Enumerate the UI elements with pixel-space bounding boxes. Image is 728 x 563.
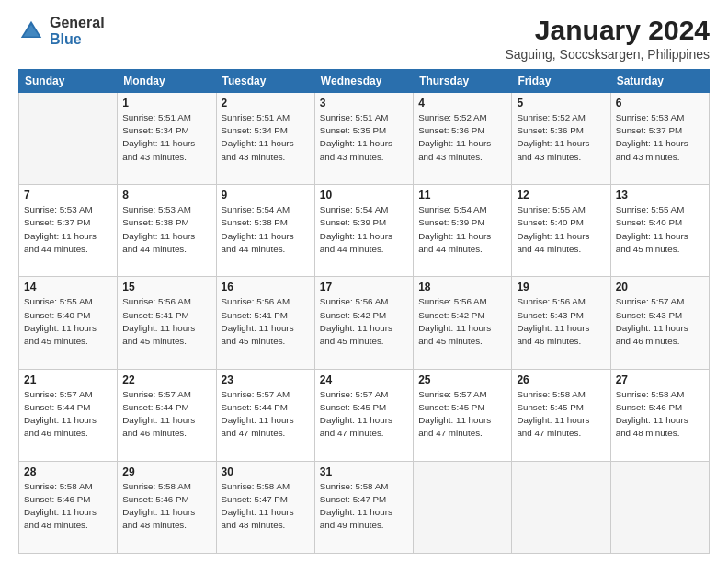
calendar-week-3: 14Sunrise: 5:55 AM Sunset: 5:40 PM Dayli… <box>19 277 710 369</box>
day-number: 14 <box>24 281 112 293</box>
day-info: Sunrise: 5:57 AM Sunset: 5:45 PM Dayligh… <box>320 388 408 441</box>
calendar-cell <box>512 461 610 553</box>
day-number: 6 <box>616 97 704 109</box>
calendar-cell: 23Sunrise: 5:57 AM Sunset: 5:44 PM Dayli… <box>216 369 314 461</box>
day-info: Sunrise: 5:57 AM Sunset: 5:43 PM Dayligh… <box>616 295 704 348</box>
day-number: 8 <box>122 189 210 201</box>
calendar-cell: 20Sunrise: 5:57 AM Sunset: 5:43 PM Dayli… <box>610 277 709 369</box>
calendar-cell: 28Sunrise: 5:58 AM Sunset: 5:46 PM Dayli… <box>19 461 118 553</box>
calendar-cell: 11Sunrise: 5:54 AM Sunset: 5:39 PM Dayli… <box>414 185 512 277</box>
calendar-cell: 9Sunrise: 5:54 AM Sunset: 5:38 PM Daylig… <box>216 185 314 277</box>
calendar-cell: 24Sunrise: 5:57 AM Sunset: 5:45 PM Dayli… <box>314 369 413 461</box>
day-number: 16 <box>222 281 310 293</box>
day-info: Sunrise: 5:57 AM Sunset: 5:44 PM Dayligh… <box>24 388 112 441</box>
day-info: Sunrise: 5:58 AM Sunset: 5:46 PM Dayligh… <box>122 480 210 533</box>
calendar-cell: 13Sunrise: 5:55 AM Sunset: 5:40 PM Dayli… <box>610 185 709 277</box>
day-number: 17 <box>320 281 408 293</box>
col-header-monday: Monday <box>118 70 216 93</box>
day-info: Sunrise: 5:55 AM Sunset: 5:40 PM Dayligh… <box>616 203 704 256</box>
logo-blue: Blue <box>50 31 105 48</box>
calendar-cell: 31Sunrise: 5:58 AM Sunset: 5:47 PM Dayli… <box>314 461 413 553</box>
day-number: 21 <box>24 373 112 386</box>
calendar-cell: 3Sunrise: 5:51 AM Sunset: 5:35 PM Daylig… <box>314 93 413 185</box>
day-number: 13 <box>616 189 704 201</box>
calendar-cell: 15Sunrise: 5:56 AM Sunset: 5:41 PM Dayli… <box>118 277 216 369</box>
day-number: 10 <box>320 189 408 201</box>
calendar-cell: 29Sunrise: 5:58 AM Sunset: 5:46 PM Dayli… <box>118 461 216 553</box>
day-info: Sunrise: 5:54 AM Sunset: 5:39 PM Dayligh… <box>320 203 408 256</box>
logo-general: General <box>50 15 105 31</box>
calendar-cell: 22Sunrise: 5:57 AM Sunset: 5:44 PM Dayli… <box>118 369 216 461</box>
day-info: Sunrise: 5:58 AM Sunset: 5:47 PM Dayligh… <box>320 480 408 533</box>
calendar-week-4: 21Sunrise: 5:57 AM Sunset: 5:44 PM Dayli… <box>19 369 710 461</box>
day-info: Sunrise: 5:55 AM Sunset: 5:40 PM Dayligh… <box>517 203 605 256</box>
calendar-cell: 26Sunrise: 5:58 AM Sunset: 5:45 PM Dayli… <box>512 369 610 461</box>
calendar-cell: 27Sunrise: 5:58 AM Sunset: 5:46 PM Dayli… <box>610 369 709 461</box>
calendar-cell <box>610 461 709 553</box>
header: General Blue January 2024 Saguing, Soccs… <box>18 15 710 62</box>
day-info: Sunrise: 5:57 AM Sunset: 5:44 PM Dayligh… <box>222 388 310 441</box>
calendar-header-row: SundayMondayTuesdayWednesdayThursdayFrid… <box>19 70 710 93</box>
day-info: Sunrise: 5:53 AM Sunset: 5:37 PM Dayligh… <box>24 203 112 256</box>
calendar-cell: 16Sunrise: 5:56 AM Sunset: 5:41 PM Dayli… <box>216 277 314 369</box>
calendar-week-2: 7Sunrise: 5:53 AM Sunset: 5:37 PM Daylig… <box>19 185 710 277</box>
col-header-sunday: Sunday <box>19 70 118 93</box>
day-info: Sunrise: 5:56 AM Sunset: 5:41 PM Dayligh… <box>222 295 310 348</box>
day-number: 26 <box>517 373 605 386</box>
day-number: 25 <box>418 373 506 386</box>
subtitle: Saguing, Soccsksargen, Philippines <box>505 47 710 62</box>
calendar-cell: 10Sunrise: 5:54 AM Sunset: 5:39 PM Dayli… <box>314 185 413 277</box>
calendar-cell: 8Sunrise: 5:53 AM Sunset: 5:38 PM Daylig… <box>118 185 216 277</box>
day-info: Sunrise: 5:52 AM Sunset: 5:36 PM Dayligh… <box>517 111 605 164</box>
calendar-cell: 1Sunrise: 5:51 AM Sunset: 5:34 PM Daylig… <box>118 93 216 185</box>
calendar-week-1: 1Sunrise: 5:51 AM Sunset: 5:34 PM Daylig… <box>19 93 710 185</box>
day-info: Sunrise: 5:53 AM Sunset: 5:38 PM Dayligh… <box>122 203 210 256</box>
logo-icon <box>18 18 44 44</box>
day-number: 22 <box>122 373 210 386</box>
day-number: 12 <box>517 189 605 201</box>
day-info: Sunrise: 5:54 AM Sunset: 5:39 PM Dayligh… <box>418 203 506 256</box>
day-number: 24 <box>320 373 408 386</box>
day-info: Sunrise: 5:53 AM Sunset: 5:37 PM Dayligh… <box>616 111 704 164</box>
day-number: 18 <box>418 281 506 293</box>
day-info: Sunrise: 5:57 AM Sunset: 5:45 PM Dayligh… <box>418 388 506 441</box>
day-info: Sunrise: 5:56 AM Sunset: 5:42 PM Dayligh… <box>320 295 408 348</box>
calendar-cell: 19Sunrise: 5:56 AM Sunset: 5:43 PM Dayli… <box>512 277 610 369</box>
col-header-tuesday: Tuesday <box>216 70 314 93</box>
day-number: 31 <box>320 465 408 478</box>
day-info: Sunrise: 5:52 AM Sunset: 5:36 PM Dayligh… <box>418 111 506 164</box>
calendar-week-5: 28Sunrise: 5:58 AM Sunset: 5:46 PM Dayli… <box>19 461 710 553</box>
calendar-table: SundayMondayTuesdayWednesdayThursdayFrid… <box>18 69 710 554</box>
calendar-cell: 17Sunrise: 5:56 AM Sunset: 5:42 PM Dayli… <box>314 277 413 369</box>
calendar-cell: 25Sunrise: 5:57 AM Sunset: 5:45 PM Dayli… <box>414 369 512 461</box>
day-number: 4 <box>418 97 506 109</box>
calendar-cell: 7Sunrise: 5:53 AM Sunset: 5:37 PM Daylig… <box>19 185 118 277</box>
day-number: 3 <box>320 97 408 109</box>
col-header-friday: Friday <box>512 70 610 93</box>
day-number: 9 <box>222 189 310 201</box>
day-info: Sunrise: 5:58 AM Sunset: 5:46 PM Dayligh… <box>616 388 704 441</box>
day-info: Sunrise: 5:58 AM Sunset: 5:45 PM Dayligh… <box>517 388 605 441</box>
day-info: Sunrise: 5:56 AM Sunset: 5:41 PM Dayligh… <box>122 295 210 348</box>
calendar-cell: 4Sunrise: 5:52 AM Sunset: 5:36 PM Daylig… <box>414 93 512 185</box>
main-title: January 2024 <box>505 15 710 45</box>
day-info: Sunrise: 5:51 AM Sunset: 5:34 PM Dayligh… <box>222 111 310 164</box>
day-number: 23 <box>222 373 310 386</box>
calendar-cell: 21Sunrise: 5:57 AM Sunset: 5:44 PM Dayli… <box>19 369 118 461</box>
day-info: Sunrise: 5:58 AM Sunset: 5:46 PM Dayligh… <box>24 480 112 533</box>
col-header-saturday: Saturday <box>610 70 709 93</box>
calendar-cell: 12Sunrise: 5:55 AM Sunset: 5:40 PM Dayli… <box>512 185 610 277</box>
day-number: 19 <box>517 281 605 293</box>
calendar-cell: 6Sunrise: 5:53 AM Sunset: 5:37 PM Daylig… <box>610 93 709 185</box>
day-info: Sunrise: 5:51 AM Sunset: 5:35 PM Dayligh… <box>320 111 408 164</box>
page: General Blue January 2024 Saguing, Soccs… <box>0 0 728 563</box>
day-number: 29 <box>122 465 210 478</box>
col-header-thursday: Thursday <box>414 70 512 93</box>
title-block: January 2024 Saguing, Soccsksargen, Phil… <box>505 15 710 62</box>
day-info: Sunrise: 5:56 AM Sunset: 5:42 PM Dayligh… <box>418 295 506 348</box>
day-number: 5 <box>517 97 605 109</box>
calendar-cell <box>19 93 118 185</box>
calendar-cell <box>414 461 512 553</box>
day-number: 15 <box>122 281 210 293</box>
day-info: Sunrise: 5:51 AM Sunset: 5:34 PM Dayligh… <box>122 111 210 164</box>
